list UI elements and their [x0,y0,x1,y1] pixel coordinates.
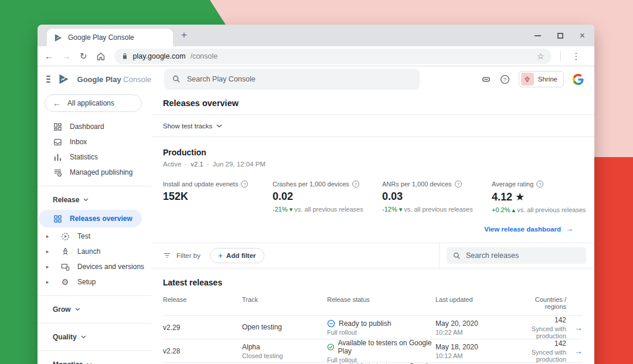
app-selector-chip[interactable]: Shrine [519,71,564,87]
track-name: Open testing [242,323,327,331]
sidebar-divider [38,323,151,324]
column-countries: Countries / regions [518,296,566,310]
play-console-app: Google Play Console ? S [38,66,594,364]
release-version: v2.29 [163,324,242,332]
test-icon [60,232,70,241]
browser-menu-icon[interactable]: ⋮ [570,51,583,62]
filter-by-label: Filter by [176,252,200,259]
search-releases-input[interactable] [466,251,580,260]
status-text: Available to testers on Google Play [338,362,436,364]
browser-tab-bar: Google Play Console + × [38,25,594,46]
latest-releases-title: Latest releases [163,278,583,287]
browser-address-bar: ← → ↻ play.google.com/console ☆ ⋮ [38,46,594,66]
status-text: Ready to publish [339,319,391,328]
sidebar-section-release[interactable]: Release [38,192,151,207]
new-tab-button[interactable]: + [181,30,187,41]
console-search-bar[interactable] [164,69,420,90]
expand-arrow-icon: ▸ [42,264,53,270]
main-content: Releases overview Show test tracks Produ… [151,92,594,364]
url-host: play.google.com [133,52,186,60]
filter-bar: Filter by + Add filter [151,243,594,268]
sidebar: ← All applications Dashboard Inbox [38,92,151,364]
browser-tab[interactable]: Google Play Console [47,29,173,46]
help-icon[interactable]: ? [500,74,510,84]
add-filter-button[interactable]: + Add filter [210,248,264,263]
table-row[interactable]: v2.28 Alpha Closed testing Available to … [163,339,583,362]
home-icon[interactable] [96,52,106,61]
search-icon [453,252,461,260]
shrine-diamond-icon [521,73,534,86]
release-version: v2.28 [163,347,242,355]
sidebar-divider [38,186,151,186]
open-release-arrow-icon[interactable]: → [574,323,583,332]
search-releases-field[interactable] [447,247,586,264]
countries-count: 142 [518,339,566,348]
close-button[interactable]: × [580,31,585,40]
show-test-tracks-toggle[interactable]: Show test tracks [151,115,594,137]
minimize-button[interactable] [535,35,541,36]
production-meta: Active · v2.1 · Jun 29, 12:04 PM [163,161,583,168]
toolbar-separator [560,51,561,61]
column-track: Track [242,296,327,310]
statistics-icon [53,153,62,162]
track-name: Alpha [242,343,327,351]
link-icon[interactable] [481,74,491,84]
sidebar-item-dashboard[interactable]: Dashboard [38,119,151,134]
lock-icon [121,53,128,60]
metric-crashes: Crashes per 1,000 devices? 0.02 -21% ▾ v… [273,181,382,214]
help-icon[interactable]: ? [536,181,543,188]
managed-publishing-icon [53,168,62,177]
column-release-status: Release status [327,296,435,310]
bookmark-star-icon[interactable]: ☆ [537,52,544,61]
open-release-arrow-icon[interactable]: → [574,346,583,356]
sidebar-divider [38,351,151,351]
sidebar-item-setup[interactable]: ▸ ⚙ Setup [38,274,151,290]
sidebar-item-test[interactable]: ▸ Test [38,229,151,244]
ready-to-publish-icon [327,319,335,328]
sidebar-item-launch[interactable]: ▸ Launch [38,244,151,259]
forward-icon[interactable]: → [62,52,71,60]
page-title: Releases overview [151,92,594,114]
url-bar[interactable]: play.google.com/console ☆ [114,49,552,64]
track-sub: Closed testing [242,352,327,359]
help-icon[interactable]: ? [352,181,359,188]
gear-icon: ⚙ [60,278,70,286]
devices-icon [60,263,70,271]
sidebar-section-quality[interactable]: Quality [38,329,151,345]
sidebar-item-releases-overview[interactable]: Releases overview [39,210,142,227]
table-row[interactable]: v2.29 Open testing Ready to publish Full… [163,315,583,339]
expand-arrow-icon: ▸ [42,233,53,239]
console-top-bar: Google Play Console ? S [38,66,594,92]
sidebar-section-monetize[interactable]: Monetize [38,357,151,364]
countries-sub: Synced with production [518,325,566,339]
all-applications-button[interactable]: ← All applications [45,94,142,112]
status-sub: Full rollout [327,329,435,336]
production-title: Production [163,148,583,157]
updated-date: May 20, 2020 [435,319,518,328]
metric-anrs: ANRs per 1,000 devices? 0.03 -12% ▾ vs. … [382,181,492,214]
app-name: Shrine [538,76,557,83]
maximize-button[interactable] [557,33,563,39]
sidebar-item-devices-and-versions[interactable]: ▸ Devices and versions [38,259,151,274]
hamburger-menu-icon[interactable] [46,76,50,83]
browser-window: Google Play Console + × ← → ↻ play.googl… [38,25,594,364]
help-icon[interactable]: ? [455,181,462,188]
all-applications-label: All applications [67,99,114,107]
available-check-icon [327,343,335,351]
updated-date: May 18, 2020 [435,343,518,351]
reload-icon[interactable]: ↻ [80,52,87,60]
chevron-down-icon [83,198,89,202]
help-icon[interactable]: ? [241,181,248,188]
view-release-dashboard-link[interactable]: View release dashboard [484,226,561,233]
star-icon: ★ [515,191,525,203]
sidebar-section-grow[interactable]: Grow [38,302,151,317]
column-release: Release [163,296,242,310]
sidebar-item-inbox[interactable]: Inbox [38,134,151,149]
google-account-icon[interactable] [573,74,584,85]
sidebar-item-managed-publishing[interactable]: Managed publishing [38,165,151,180]
metric-installs: Install and update evenets? 152K [163,181,273,214]
chevron-down-icon [216,124,222,128]
sidebar-item-statistics[interactable]: Statistics [38,149,151,165]
back-icon[interactable]: ← [45,52,53,60]
console-search-input[interactable] [187,75,411,83]
